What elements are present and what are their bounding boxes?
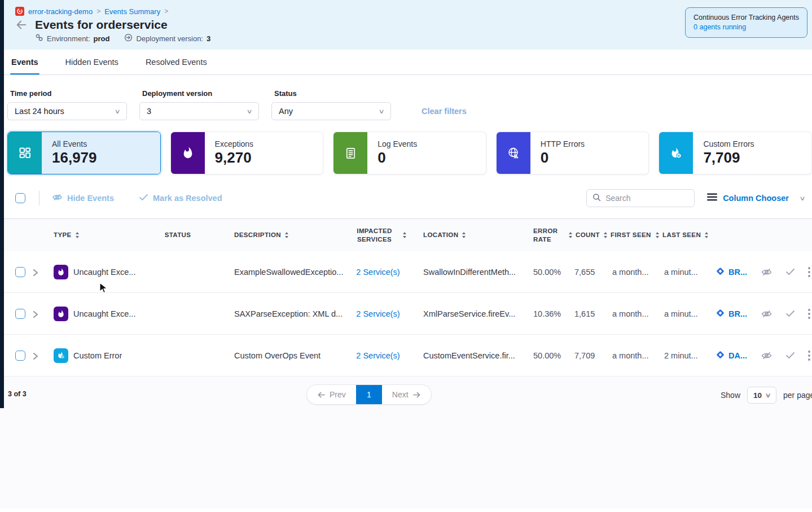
deployment-version-filter-label: Deployment version: [142, 89, 259, 98]
impacted-services-link[interactable]: 2 Service(s): [356, 351, 400, 360]
description-cell: Custom OverOps Event: [217, 351, 344, 360]
breadcrumb-events-summary-link[interactable]: Events Summary: [104, 7, 160, 16]
search-input[interactable]: [605, 194, 679, 203]
card-value: 0: [378, 149, 486, 167]
row-menu-kebab-icon[interactable]: [808, 267, 810, 277]
sort-icon[interactable]: [76, 232, 79, 238]
page-size-select[interactable]: 10 ∨: [747, 387, 776, 404]
error-rate-cell: 50.00%: [525, 351, 569, 360]
table-row[interactable]: Custom Error Custom OverOps Event 2 Serv…: [0, 335, 812, 377]
ticket-diamond-icon: [716, 308, 725, 320]
tab-resolved-events[interactable]: Resolved Events: [144, 50, 208, 75]
impacted-services-link[interactable]: 2 Service(s): [356, 268, 400, 277]
chevron-down-icon: ∨: [114, 108, 120, 115]
row-checkbox[interactable]: [15, 351, 25, 361]
table-toolbar: Hide Events Mark as Resolved Column Choo…: [0, 174, 812, 218]
error-tracking-module-icon: [15, 7, 24, 16]
time-period-select[interactable]: Last 24 hours ∨: [7, 102, 127, 120]
page-title: Events for orderservice: [35, 18, 168, 32]
ticket-link[interactable]: BR...: [728, 309, 747, 318]
table-row[interactable]: Uncaught Exce... ExampleSwallowedExcepti…: [0, 251, 812, 293]
sort-icon[interactable]: [285, 232, 288, 238]
hide-event-icon[interactable]: [761, 309, 773, 318]
deployment-version-select[interactable]: 3 ∨: [139, 102, 259, 120]
environment-meta: Environment: prod: [35, 33, 109, 43]
card-log-events[interactable]: Log Events 0: [333, 132, 486, 174]
sort-icon[interactable]: [705, 232, 708, 238]
row-menu-kebab-icon[interactable]: [808, 351, 810, 361]
clear-filters-button[interactable]: Clear filters: [422, 107, 467, 116]
agents-status-box: Continuous Error Tracking Agents 0 agent…: [685, 7, 807, 38]
hide-events-label: Hide Events: [67, 194, 114, 203]
card-all-events[interactable]: All Events 16,979: [7, 132, 161, 174]
hide-event-icon[interactable]: [761, 268, 773, 277]
grid-icon: [8, 132, 42, 174]
sort-icon[interactable]: [604, 232, 607, 238]
status-filter-value: Any: [279, 107, 293, 116]
location-cell: SwallowInDifferentMeth...: [412, 268, 525, 277]
deployment-version-label: Deployment version:: [136, 34, 203, 43]
table-row[interactable]: Uncaught Exce... SAXParseException: XML …: [0, 293, 812, 335]
breadcrumb-project-link[interactable]: error-tracking-demo: [28, 7, 93, 16]
page-size-control: Show 10 ∨ per page: [721, 387, 812, 404]
deployment-version-filter-value: 3: [147, 107, 151, 116]
first-seen-cell: a month...: [604, 268, 656, 277]
col-header-impacted-services: IMPACTED SERVICES: [344, 227, 412, 243]
agents-box-title: Continuous Error Tracking Agents: [694, 13, 799, 23]
deployment-meta: Deployment version: 3: [124, 33, 210, 43]
impacted-services-link[interactable]: 2 Service(s): [356, 309, 400, 318]
resolve-event-icon[interactable]: [785, 352, 795, 359]
tab-events[interactable]: Events: [10, 50, 39, 75]
sort-icon[interactable]: [462, 232, 466, 238]
hide-events-button[interactable]: Hide Events: [52, 193, 114, 203]
flame-icon: [54, 307, 68, 321]
page-size-value: 10: [753, 391, 762, 400]
event-type-cell: Uncaught Exce...: [54, 265, 138, 279]
sort-icon[interactable]: [403, 232, 406, 238]
count-cell: 7,709: [569, 351, 604, 360]
per-page-label: per page: [783, 391, 812, 400]
sort-icon[interactable]: [569, 232, 572, 238]
col-header-first-seen: FIRST SEEN: [604, 231, 656, 239]
tab-hidden-events[interactable]: Hidden Events: [64, 50, 120, 75]
expand-chevron-icon[interactable]: [32, 310, 40, 318]
hide-event-icon[interactable]: [761, 351, 773, 360]
next-page-button[interactable]: Next: [382, 385, 431, 404]
agents-running-link[interactable]: 0 agents running: [694, 23, 799, 32]
card-exceptions[interactable]: Exceptions 9,270: [170, 132, 324, 174]
col-header-last-seen: LAST SEEN: [656, 231, 710, 239]
card-http-errors[interactable]: HTTP Errors 0: [496, 132, 649, 174]
expand-chevron-icon[interactable]: [32, 268, 40, 276]
ticket-link[interactable]: BR...: [728, 268, 747, 277]
row-checkbox[interactable]: [15, 309, 25, 319]
card-custom-errors[interactable]: Custom Errors 7,709: [659, 132, 812, 174]
flame-icon: [54, 265, 68, 279]
show-label: Show: [721, 391, 740, 400]
environment-label: Environment:: [47, 34, 90, 43]
event-type-label: Uncaught Exce...: [73, 268, 135, 277]
resolve-event-icon[interactable]: [785, 268, 795, 275]
prev-page-button[interactable]: Prev: [307, 385, 356, 404]
mark-resolved-label: Mark as Resolved: [153, 194, 222, 203]
card-value: 7,709: [703, 149, 811, 167]
page-number-button[interactable]: 1: [356, 385, 382, 404]
row-checkbox[interactable]: [15, 267, 25, 277]
flame-gear-icon: [54, 348, 68, 363]
col-header-location: LOCATION: [412, 231, 525, 239]
mark-resolved-button[interactable]: Mark as Resolved: [139, 194, 222, 203]
environment-value: prod: [94, 34, 110, 43]
column-chooser-button[interactable]: Column Chooser ∨: [707, 193, 805, 203]
status-select[interactable]: Any ∨: [271, 102, 391, 120]
resolve-event-icon[interactable]: [785, 310, 795, 317]
back-arrow-icon[interactable]: [15, 19, 28, 31]
row-count-summary: 3 of 3: [8, 390, 27, 398]
row-menu-kebab-icon[interactable]: [808, 309, 810, 319]
chevron-down-icon: ∨: [765, 392, 771, 399]
expand-chevron-icon[interactable]: [32, 352, 40, 360]
select-all-checkbox[interactable]: [15, 193, 25, 203]
count-cell: 1,615: [569, 309, 604, 318]
sort-icon[interactable]: [656, 232, 659, 238]
table-header-row: TYPE STATUS DESCRIPTION IMPACTED SERVICE…: [0, 218, 812, 251]
pagination-control: Prev 1 Next: [306, 384, 432, 405]
ticket-link[interactable]: DA...: [728, 351, 747, 360]
